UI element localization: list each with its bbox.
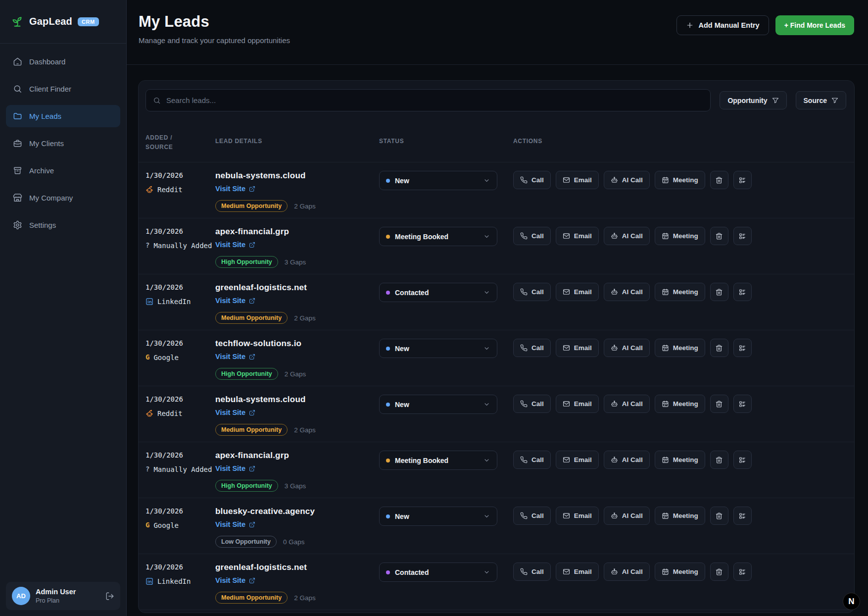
list-button[interactable] (733, 339, 752, 357)
meeting-button[interactable]: Meeting (655, 507, 705, 525)
meeting-button[interactable]: Meeting (655, 395, 705, 413)
trash-button[interactable] (710, 563, 728, 581)
add-manual-entry-button[interactable]: Add Manual Entry (676, 15, 769, 35)
cell-added-source: 1/30/2026?Manually Added (145, 451, 215, 498)
call-button[interactable]: Call (513, 171, 551, 189)
lead-source-label: Google (153, 521, 179, 530)
meeting-button[interactable]: Meeting (655, 227, 705, 245)
sidebar-item-my-company[interactable]: My Company (6, 187, 120, 209)
trash-button[interactable] (710, 507, 728, 525)
cell-added-source: 1/30/2026Reddit (145, 395, 215, 442)
status-value: Contacted (395, 568, 478, 576)
gaps-count: 2 Gaps (294, 594, 316, 602)
sidebar-item-archive[interactable]: Archive (6, 159, 120, 182)
cell-status: Meeting Booked (379, 451, 513, 498)
status-dropdown[interactable]: New (379, 171, 497, 190)
meeting-button[interactable]: Meeting (655, 563, 705, 581)
mail-icon (563, 344, 570, 352)
email-button[interactable]: Email (556, 507, 599, 525)
find-more-leads-button[interactable]: + Find More Leads (775, 15, 854, 35)
opportunity-badge: High Opportunity (215, 480, 278, 492)
sidebar-item-my-clients[interactable]: My Clients (6, 132, 120, 154)
status-dot (386, 403, 390, 407)
email-button[interactable]: Email (556, 171, 599, 189)
meeting-button[interactable]: Meeting (655, 451, 705, 469)
cell-added-source: 1/30/2026Reddit (145, 171, 215, 218)
status-dropdown[interactable]: Meeting Booked (379, 451, 497, 470)
sidebar-item-dashboard[interactable]: Dashboard (6, 51, 120, 73)
list-button[interactable] (733, 451, 752, 469)
email-button[interactable]: Email (556, 451, 599, 469)
ai-call-button[interactable]: AI Call (604, 451, 650, 469)
call-button[interactable]: Call (513, 227, 551, 245)
status-dropdown[interactable]: Contacted (379, 283, 497, 302)
status-dropdown[interactable]: New (379, 507, 497, 526)
trash-button[interactable] (710, 227, 728, 245)
visit-site-link[interactable]: Visit Site (215, 185, 255, 193)
visit-site-link[interactable]: Visit Site (215, 576, 255, 584)
visit-site-link[interactable]: Visit Site (215, 353, 255, 360)
sidebar-item-client-finder[interactable]: Client Finder (6, 78, 120, 100)
ai-call-button[interactable]: AI Call (604, 339, 650, 357)
n-dev-badge[interactable]: N (843, 593, 860, 610)
list-button[interactable] (733, 227, 752, 245)
meeting-button[interactable]: Meeting (655, 283, 705, 301)
call-button[interactable]: Call (513, 563, 551, 581)
status-dropdown[interactable]: New (379, 395, 497, 414)
status-dropdown[interactable]: Meeting Booked (379, 227, 497, 246)
ai-call-button[interactable]: AI Call (604, 171, 650, 189)
list-button[interactable] (733, 507, 752, 525)
call-button[interactable]: Call (513, 507, 551, 525)
ai-call-label: AI Call (622, 288, 643, 296)
email-button[interactable]: Email (556, 395, 599, 413)
source-filter-button[interactable]: Source (796, 91, 846, 109)
visit-site-link[interactable]: Visit Site (215, 464, 255, 472)
external-icon (249, 298, 255, 304)
status-dropdown[interactable]: Contacted (379, 563, 497, 582)
visit-site-link[interactable]: Visit Site (215, 241, 255, 249)
visit-site-label: Visit Site (215, 241, 245, 249)
lead-domain: bluesky-creative.agency (215, 507, 379, 516)
ai-call-button[interactable]: AI Call (604, 507, 650, 525)
email-button[interactable]: Email (556, 227, 599, 245)
search-input[interactable] (166, 96, 703, 104)
ai-call-button[interactable]: AI Call (604, 283, 650, 301)
call-button[interactable]: Call (513, 283, 551, 301)
visit-site-link[interactable]: Visit Site (215, 409, 255, 416)
trash-button[interactable] (710, 451, 728, 469)
list-button[interactable] (733, 563, 752, 581)
lead-source: Reddit (145, 409, 215, 418)
opportunity-filter-button[interactable]: Opportunity (720, 91, 786, 109)
trash-button[interactable] (710, 283, 728, 301)
user-card[interactable]: AD Admin User Pro Plan (6, 582, 120, 610)
email-button[interactable]: Email (556, 339, 599, 357)
call-button[interactable]: Call (513, 451, 551, 469)
list-button[interactable] (733, 395, 752, 413)
calendar-icon (662, 400, 669, 408)
trash-button[interactable] (710, 339, 728, 357)
chevron-icon (483, 177, 490, 184)
mail-icon (563, 456, 570, 463)
visit-site-link[interactable]: Visit Site (215, 520, 255, 528)
status-dropdown[interactable]: New (379, 339, 497, 358)
ai-call-button[interactable]: AI Call (604, 563, 650, 581)
call-button[interactable]: Call (513, 395, 551, 413)
visit-site-link[interactable]: Visit Site (215, 297, 255, 305)
ai-call-button[interactable]: AI Call (604, 227, 650, 245)
email-button[interactable]: Email (556, 563, 599, 581)
meeting-button[interactable]: Meeting (655, 171, 705, 189)
email-button[interactable]: Email (556, 283, 599, 301)
phone-icon (520, 232, 528, 240)
call-button[interactable]: Call (513, 339, 551, 357)
logout-icon[interactable] (105, 592, 114, 601)
trash-button[interactable] (710, 395, 728, 413)
sidebar-item-my-leads[interactable]: My Leads (6, 105, 120, 127)
list-button[interactable] (733, 171, 752, 189)
meeting-button[interactable]: Meeting (655, 339, 705, 357)
sidebar-item-settings[interactable]: Settings (6, 214, 120, 236)
ai-call-button[interactable]: AI Call (604, 395, 650, 413)
status-value: Meeting Booked (395, 233, 478, 241)
list-button[interactable] (733, 283, 752, 301)
trash-button[interactable] (710, 171, 728, 189)
visit-site-label: Visit Site (215, 185, 245, 193)
